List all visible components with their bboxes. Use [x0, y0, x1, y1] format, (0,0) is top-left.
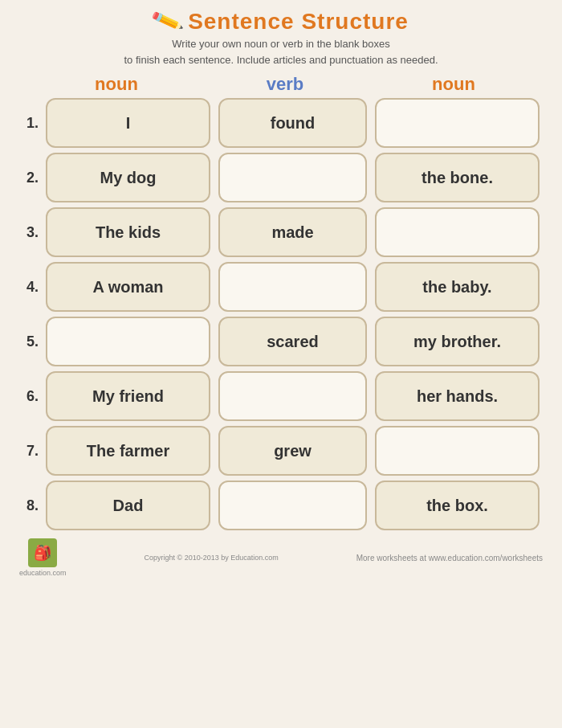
- row-number: 1.: [16, 115, 39, 132]
- noun2-cell: the box.: [375, 481, 540, 530]
- footer-brand: education.com: [19, 569, 67, 577]
- col-header-verb: verb: [205, 74, 365, 95]
- footer-copyright: Copyright © 2010-2013 by Education.com: [144, 554, 278, 562]
- noun1-cell: The kids: [46, 207, 210, 257]
- footer-website: More worksheets at www.education.com/wor…: [356, 554, 543, 562]
- verb-cell[interactable]: [218, 371, 367, 421]
- noun2-cell[interactable]: [375, 207, 540, 257]
- sentence-row: 4.A womanthe baby.: [16, 262, 546, 312]
- verb-cell: made: [218, 207, 367, 257]
- row-number: 6.: [16, 388, 39, 405]
- row-number: 7.: [16, 443, 39, 460]
- noun2-cell: the bone.: [375, 153, 540, 202]
- sentence-row: 1.Ifound: [16, 98, 546, 148]
- sentence-row: 5.scaredmy brother.: [16, 317, 546, 366]
- footer-logo: 🎒 education.com: [19, 538, 67, 577]
- noun2-cell: the baby.: [375, 262, 540, 312]
- verb-cell: scared: [218, 317, 367, 366]
- sentence-row: 6.My friendher hands.: [16, 371, 546, 421]
- page-header: ✏️ Sentence Structure Write your own nou…: [16, 8, 546, 67]
- column-headers: noun verb noun: [28, 74, 558, 95]
- row-number: 2.: [16, 170, 39, 186]
- row-number: 8.: [16, 497, 39, 514]
- col-header-noun2: noun: [365, 74, 542, 95]
- subtitle: Write your own noun or verb in the blank…: [124, 36, 438, 67]
- row-number: 3.: [16, 224, 39, 241]
- sentence-row: 3.The kidsmade: [16, 207, 546, 257]
- noun1-cell: Dad: [46, 481, 210, 530]
- verb-cell[interactable]: [218, 153, 367, 202]
- noun2-cell[interactable]: [375, 98, 540, 148]
- page-title: Sentence Structure: [188, 9, 409, 35]
- noun2-cell: her hands.: [375, 371, 540, 421]
- pencil-icon: ✏️: [150, 4, 185, 39]
- noun1-cell: My dog: [46, 153, 210, 202]
- verb-cell: found: [218, 98, 367, 148]
- noun2-cell: my brother.: [375, 317, 540, 366]
- sentence-row: 2.My dogthe bone.: [16, 153, 546, 202]
- verb-cell[interactable]: [218, 481, 367, 530]
- noun1-cell: A woman: [46, 262, 210, 312]
- row-number: 4.: [16, 279, 39, 296]
- sentence-row: 8.Dadthe box.: [16, 481, 546, 530]
- noun1-cell: The farmer: [46, 426, 210, 476]
- col-header-noun1: noun: [28, 74, 205, 95]
- verb-cell[interactable]: [218, 262, 367, 312]
- noun1-cell[interactable]: [46, 317, 210, 366]
- page-footer: 🎒 education.com Copyright © 2010-2013 by…: [16, 538, 546, 577]
- row-number: 5.: [16, 333, 39, 350]
- verb-cell: grew: [218, 426, 367, 476]
- sentence-row: 7.The farmergrew: [16, 426, 546, 476]
- education-logo: 🎒: [28, 538, 57, 567]
- noun1-cell: I: [46, 98, 210, 148]
- sentence-rows: 1.Ifound2.My dogthe bone.3.The kidsmade4…: [16, 98, 546, 530]
- noun2-cell[interactable]: [375, 426, 540, 476]
- noun1-cell: My friend: [46, 371, 210, 421]
